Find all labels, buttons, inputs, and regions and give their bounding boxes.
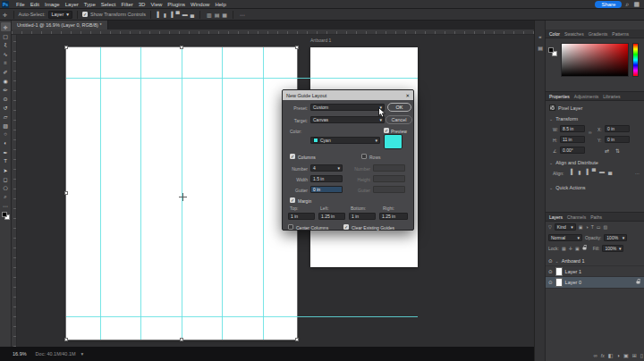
- align-center-icon[interactable]: ▮: [164, 12, 166, 18]
- zoom-tool[interactable]: ⌕: [1, 192, 11, 201]
- quick-selection-tool[interactable]: ∿: [1, 49, 11, 58]
- document-size[interactable]: Doc: 40.1M/40.1M: [36, 351, 76, 357]
- margin-left-field[interactable]: 1.25 in: [318, 213, 345, 220]
- transform-handle-top-left[interactable]: [64, 46, 68, 49]
- guide-vertical-1[interactable]: [100, 47, 101, 340]
- lock-artboard-icon[interactable]: ▣: [575, 246, 580, 251]
- eyedropper-tool[interactable]: ✐: [1, 67, 11, 76]
- filter-smart-icon[interactable]: ▨: [603, 224, 607, 230]
- adjustment-layer-icon[interactable]: ◑: [616, 353, 620, 358]
- document-tab[interactable]: Untitled-1 @ 16.9% (Layer 0, RGB/8) *: [12, 21, 108, 29]
- transform-section-header[interactable]: Transform: [555, 116, 578, 122]
- align-middle-icon[interactable]: ▬: [599, 169, 605, 175]
- transform-handle-bottom-left[interactable]: [64, 338, 68, 341]
- columns-gutter-field[interactable]: 0 in: [310, 186, 343, 193]
- align-top-icon[interactable]: ▀: [175, 12, 179, 17]
- guide-color-dropdown[interactable]: Cyan ▾: [310, 137, 380, 144]
- menu-3d[interactable]: 3D: [139, 2, 146, 7]
- align-left-icon[interactable]: ▌: [157, 12, 161, 17]
- x-field[interactable]: 0 in: [605, 125, 630, 132]
- dodge-tool[interactable]: ◐: [1, 139, 11, 147]
- gradient-tool[interactable]: ▨: [1, 121, 11, 130]
- lock-all-icon[interactable]: [582, 247, 586, 249]
- menu-window[interactable]: Window: [191, 2, 209, 7]
- status-caret-icon[interactable]: ▾: [81, 351, 84, 357]
- toolbar-more[interactable]: ⋯: [1, 201, 11, 210]
- menu-file[interactable]: File: [16, 2, 25, 7]
- transform-handle-bottom-right[interactable]: [295, 338, 299, 341]
- path-selection-tool[interactable]: ➤: [1, 165, 11, 174]
- rows-checkbox[interactable]: [361, 154, 367, 159]
- tab-patterns[interactable]: Patterns: [612, 31, 629, 37]
- auto-select-dropdown[interactable]: Layer ▾: [48, 11, 73, 19]
- marquee-tool[interactable]: ▢: [1, 31, 11, 40]
- y-field[interactable]: 0 in: [605, 136, 630, 143]
- transform-handle-middle-left[interactable]: [64, 191, 68, 195]
- zoom-level[interactable]: 16.9%: [13, 351, 27, 357]
- clone-stamp-tool[interactable]: ⊙: [1, 94, 11, 103]
- visibility-icon[interactable]: ⊙: [548, 258, 553, 264]
- guide-vertical-5[interactable]: [263, 47, 264, 340]
- tab-channels[interactable]: Channels: [567, 214, 586, 220]
- artboard-label[interactable]: Artboard 1: [310, 38, 331, 43]
- align-right-icon[interactable]: ▐: [585, 169, 589, 175]
- menu-plugins[interactable]: Plugins: [167, 2, 185, 7]
- tab-adjustments[interactable]: Adjustments: [574, 94, 599, 99]
- chevron-down-icon[interactable]: ⌄: [549, 116, 553, 122]
- share-button[interactable]: Share: [595, 1, 622, 8]
- align-bottom-icon[interactable]: ▄: [191, 12, 194, 17]
- group-layers-icon[interactable]: ▣: [623, 352, 629, 358]
- color-swatch-pair[interactable]: [548, 47, 557, 56]
- tab-paths[interactable]: Paths: [590, 214, 602, 220]
- distribute-spacing-icon[interactable]: ▦: [222, 12, 227, 18]
- margin-bottom-field[interactable]: 1 in: [349, 213, 376, 220]
- history-panel-icon[interactable]: ▤: [535, 42, 546, 53]
- align-center-icon[interactable]: ▮: [578, 169, 580, 175]
- layer-row-artboard[interactable]: ⊙ ⌄ Artboard 1: [546, 256, 644, 266]
- more-options-icon[interactable]: ⋯: [240, 12, 245, 18]
- margin-right-field[interactable]: 1.25 in: [379, 213, 408, 220]
- menu-image[interactable]: Image: [45, 2, 60, 7]
- margin-checkbox[interactable]: ✓: [290, 197, 295, 203]
- eraser-tool[interactable]: ▱: [1, 112, 11, 121]
- menu-help[interactable]: Help: [215, 2, 225, 7]
- tab-properties[interactable]: Properties: [549, 94, 570, 99]
- new-layer-icon[interactable]: ⊞: [632, 352, 637, 358]
- show-transform-checkbox[interactable]: ✓: [82, 12, 88, 17]
- menu-edit[interactable]: Edit: [30, 2, 39, 7]
- hue-slider[interactable]: [632, 43, 639, 77]
- align-left-icon[interactable]: ▌: [571, 169, 574, 175]
- align-middle-icon[interactable]: ▬: [182, 12, 188, 17]
- chevron-down-icon[interactable]: ⌄: [549, 160, 553, 165]
- opacity-field[interactable]: 100% ▾: [604, 234, 627, 241]
- angle-field[interactable]: 0.00°: [560, 147, 585, 154]
- filter-shape-icon[interactable]: ▭: [597, 224, 601, 230]
- quick-actions-header[interactable]: Quick Actions: [555, 185, 585, 190]
- ok-button[interactable]: OK: [387, 103, 411, 112]
- width-field[interactable]: 8.5 in: [560, 125, 585, 132]
- tab-layers[interactable]: Layers: [549, 214, 563, 220]
- collapse-panels-icon[interactable]: «: [535, 31, 546, 42]
- menu-view[interactable]: View: [150, 2, 162, 7]
- visibility-icon[interactable]: ⊙: [548, 269, 553, 274]
- align-bottom-icon[interactable]: ▄: [608, 169, 612, 175]
- type-tool[interactable]: T: [1, 156, 11, 165]
- menu-layer[interactable]: Layer: [65, 2, 79, 7]
- foreground-background-swatch[interactable]: [2, 212, 10, 220]
- align-top-icon[interactable]: ▀: [592, 169, 596, 175]
- tab-gradients[interactable]: Gradients: [589, 31, 608, 37]
- align-right-icon[interactable]: ▐: [169, 12, 173, 17]
- margin-top-field[interactable]: 1 in: [288, 213, 315, 220]
- tab-libraries[interactable]: Libraries: [603, 94, 620, 99]
- healing-brush-tool[interactable]: ◉: [1, 76, 11, 85]
- columns-number-field[interactable]: 4 ▾: [310, 164, 343, 172]
- delete-layer-icon[interactable]: ▯: [640, 352, 643, 358]
- transform-handle-top-right[interactable]: [295, 46, 299, 49]
- chevron-down-icon[interactable]: ⌄: [549, 185, 553, 190]
- link-layers-icon[interactable]: ∞: [594, 353, 597, 358]
- layer-row-layer1[interactable]: ⊙ Layer 1: [546, 266, 644, 277]
- menu-filter[interactable]: Filter: [121, 2, 132, 7]
- target-dropdown[interactable]: Canvas ▾: [310, 116, 385, 123]
- guide-horizontal-top[interactable]: [66, 78, 418, 79]
- columns-checkbox[interactable]: ✓: [290, 154, 295, 159]
